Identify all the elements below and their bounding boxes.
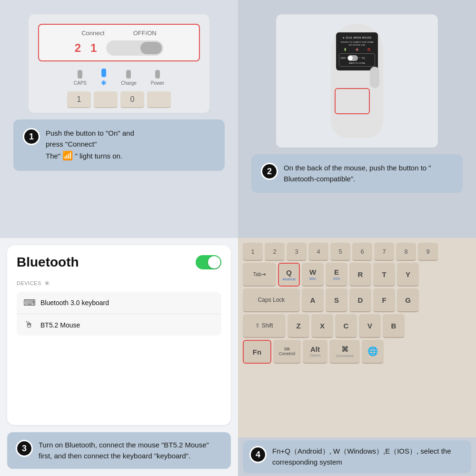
- t-key: T: [373, 263, 395, 287]
- device-mouse[interactable]: 🖱 BT5.2 Mouse: [17, 314, 221, 336]
- c-key: C: [335, 314, 357, 338]
- globe-key: 🌐: [362, 340, 384, 364]
- bluetooth-panel: Bluetooth DEVICES ✳ ⌨ Bluetooth 3.0 keyb…: [7, 245, 231, 425]
- step-1-line1: Push the button to "On" and: [46, 128, 134, 139]
- q-sub: Andriud: [282, 277, 296, 281]
- offon-label: OFF/ON: [133, 30, 157, 37]
- device-list: ⌨ Bluetooth 3.0 keyboard 🖱 BT5.2 Mouse: [17, 292, 221, 336]
- num-key-7: 7: [374, 243, 394, 261]
- key-del-preview: [147, 91, 171, 108]
- num-key-4: 4: [308, 243, 328, 261]
- option-label: Option: [309, 353, 321, 357]
- shift-label: ⇧ Shift: [255, 322, 273, 329]
- e-letter: E: [334, 268, 339, 276]
- keyboard-preview-keys: 1 0: [38, 91, 200, 108]
- charge-indicator: Charge: [121, 70, 137, 86]
- step-2-content: 2 On the back of the mouse, push the but…: [261, 163, 453, 184]
- step-4-content: 4 Fn+Q（Android）, W（Windows）,E（IOS）, sele…: [249, 446, 465, 467]
- devices-header: DEVICES ✳: [17, 279, 221, 287]
- num-key-5: 5: [330, 243, 350, 261]
- step-1-text: Push the button to "On" and press "Conne…: [46, 128, 134, 162]
- x-key: X: [311, 314, 333, 338]
- keyboard-top-image: Connect OFF/ON 2 1 CAPS ✱: [29, 14, 209, 113]
- x-letter: X: [320, 322, 325, 330]
- num-key-2: 2: [265, 243, 285, 261]
- device-keyboard-name: Bluetooth 3.0 keyboard: [40, 299, 109, 307]
- dual-mode-text: 🖱 DUAL-MODE MOUSE: [339, 36, 375, 40]
- number-1: 1: [90, 41, 97, 55]
- main-grid: Connect OFF/ON 2 1 CAPS ✱: [0, 0, 476, 476]
- keyboard-close-image: 1 2 3 4 5 6 7 8 9 Tab⇥ Q: [238, 238, 476, 437]
- cell-2: 🖱 DUAL-MODE MOUSE TESTED TO COMPLY FOR H…: [238, 0, 476, 238]
- step-3-box: 3 Turn on Bluetooth, connect the mouse "…: [7, 432, 231, 469]
- capslock-key: Caps Lock: [243, 288, 300, 312]
- g-letter: G: [405, 296, 411, 304]
- step-1-number: 1: [23, 128, 40, 145]
- tab-label: Tab⇥: [253, 271, 266, 278]
- command-label: Command: [336, 354, 354, 358]
- r-letter: R: [358, 270, 363, 278]
- bottom-row: Fn ⌨ Conetrol Alt Option ⌘ Command: [243, 340, 471, 364]
- connect-panel: Connect OFF/ON 2 1: [38, 24, 200, 61]
- cmd-symbol: ⌘: [341, 345, 348, 354]
- charge-dot: [126, 70, 131, 79]
- c-letter: C: [344, 322, 349, 330]
- bt-header: Bluetooth: [17, 255, 221, 270]
- capslock-label: Caps Lock: [258, 297, 285, 303]
- ctrl-icon: ⌨: [284, 347, 290, 351]
- slider-track[interactable]: [106, 40, 163, 56]
- cell-4: 1 2 3 4 5 6 7 8 9 Tab⇥ Q: [238, 238, 476, 476]
- w-sub: Win: [309, 277, 316, 281]
- s-letter: S: [334, 296, 339, 304]
- a-letter: A: [310, 296, 316, 304]
- num-key-9: 9: [418, 243, 438, 261]
- icons-row: 🔋🔇⭕: [339, 48, 375, 51]
- wifi-symbol: 📶: [62, 151, 73, 160]
- num-key-8: 8: [396, 243, 416, 261]
- fn-label: Fn: [253, 348, 261, 356]
- mouse-icon: 🖱: [23, 320, 35, 330]
- num-row: 1 2 3 4 5 6 7 8 9: [243, 243, 471, 261]
- step-1-line2: press "Connect": [46, 139, 134, 150]
- mouse-back-image: 🖱 DUAL-MODE MOUSE TESTED TO COMPLY FOR H…: [276, 14, 438, 148]
- step-3-text: Turn on Bluetooth, connect the mouse "BT…: [39, 440, 222, 461]
- devices-label: DEVICES: [17, 280, 41, 286]
- made-in-label: MADE IN CHINA: [341, 62, 373, 65]
- fn-key: Fn: [243, 340, 271, 364]
- number-2: 2: [75, 41, 81, 55]
- b-key: B: [383, 314, 405, 338]
- step-2-box: 2 On the back of the mouse, push the but…: [251, 154, 463, 193]
- tab-key: Tab⇥: [243, 263, 276, 287]
- tested-text: TESTED TO COMPLY FOR HOME OR OFFICE USE: [339, 41, 375, 46]
- keyboard-icon: ⌨: [23, 298, 35, 308]
- d-letter: D: [358, 296, 363, 304]
- spinner-icon: ✳: [44, 279, 50, 287]
- bluetooth-toggle[interactable]: [196, 255, 221, 269]
- z-letter: Z: [296, 322, 300, 330]
- connect-label: Connect: [81, 30, 104, 37]
- caps-indicator: CAPS: [74, 70, 87, 86]
- g-key: G: [397, 288, 419, 312]
- step-4-text: Fn+Q（Android）, W（Windows）,E（IOS）, select…: [272, 446, 465, 467]
- device-mouse-name: BT5.2 Mouse: [40, 321, 80, 329]
- power-dot: [155, 70, 160, 79]
- ctrl-key: ⌨ Conetrol: [273, 340, 301, 364]
- toggle-knob: [208, 256, 220, 268]
- alt-key: Alt Option: [303, 340, 327, 364]
- cmd-key: ⌘ Command: [329, 340, 360, 364]
- num-key-1: 1: [243, 243, 263, 261]
- step-1-box: 1 Push the button to "On" and press "Con…: [13, 119, 225, 171]
- charge-label: Charge: [121, 80, 137, 86]
- mouse-dual-mode-label: 🖱 DUAL-MODE MOUSE TESTED TO COMPLY FOR H…: [339, 36, 375, 67]
- power-label: Power: [151, 80, 164, 86]
- q-key: Q Andriud: [278, 263, 300, 287]
- asdf-row: Caps Lock A S D F G: [243, 288, 471, 312]
- key-space-preview: [94, 91, 118, 108]
- ctrl-label: Conetrol: [279, 351, 295, 356]
- bluetooth-indicator: ✱: [101, 69, 107, 87]
- bt-title: Bluetooth: [17, 255, 79, 270]
- device-keyboard[interactable]: ⌨ Bluetooth 3.0 keyboard: [17, 292, 221, 314]
- f-key: F: [373, 288, 395, 312]
- step-4-number: 4: [249, 446, 267, 463]
- zxcv-row: ⇧ Shift Z X C V B: [243, 314, 471, 338]
